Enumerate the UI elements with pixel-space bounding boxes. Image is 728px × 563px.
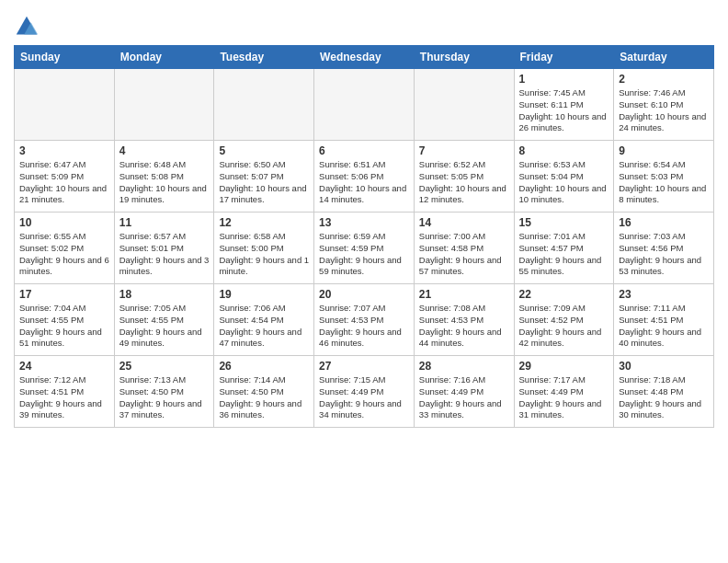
day-cell: 29Sunrise: 7:17 AMSunset: 4:49 PMDayligh… xyxy=(514,356,614,428)
day-cell: 13Sunrise: 6:59 AMSunset: 4:59 PMDayligh… xyxy=(314,213,415,284)
day-info: Sunrise: 6:59 AMSunset: 4:59 PMDaylight:… xyxy=(319,231,409,278)
week-row-4: 17Sunrise: 7:04 AMSunset: 4:55 PMDayligh… xyxy=(15,284,714,356)
day-cell: 24Sunrise: 7:12 AMSunset: 4:51 PMDayligh… xyxy=(15,356,115,428)
day-number: 27 xyxy=(319,360,409,373)
week-row-5: 24Sunrise: 7:12 AMSunset: 4:51 PMDayligh… xyxy=(15,356,714,428)
day-cell: 27Sunrise: 7:15 AMSunset: 4:49 PMDayligh… xyxy=(314,356,415,428)
day-number: 30 xyxy=(619,360,709,373)
day-info: Sunrise: 7:05 AMSunset: 4:55 PMDaylight:… xyxy=(119,303,210,350)
day-info: Sunrise: 7:45 AMSunset: 6:11 PMDaylight:… xyxy=(519,87,609,134)
day-number: 29 xyxy=(519,360,609,373)
day-number: 21 xyxy=(419,288,509,301)
col-header-tuesday: Tuesday xyxy=(214,46,314,69)
day-info: Sunrise: 6:58 AMSunset: 5:00 PMDaylight:… xyxy=(219,231,309,278)
day-cell: 25Sunrise: 7:13 AMSunset: 4:50 PMDayligh… xyxy=(114,356,214,428)
col-header-monday: Monday xyxy=(114,46,214,69)
day-number: 16 xyxy=(619,216,709,229)
day-number: 3 xyxy=(19,144,109,157)
day-cell: 15Sunrise: 7:01 AMSunset: 4:57 PMDayligh… xyxy=(514,213,614,284)
day-cell xyxy=(414,69,514,141)
day-number: 28 xyxy=(419,360,509,373)
day-info: Sunrise: 6:48 AMSunset: 5:08 PMDaylight:… xyxy=(119,159,210,206)
day-number: 6 xyxy=(319,144,409,157)
day-info: Sunrise: 7:00 AMSunset: 4:58 PMDaylight:… xyxy=(419,231,509,278)
day-cell: 10Sunrise: 6:55 AMSunset: 5:02 PMDayligh… xyxy=(15,213,115,284)
day-info: Sunrise: 6:50 AMSunset: 5:07 PMDaylight:… xyxy=(219,159,309,206)
calendar-table: SundayMondayTuesdayWednesdayThursdayFrid… xyxy=(14,45,714,428)
day-number: 7 xyxy=(419,144,509,157)
day-cell: 1Sunrise: 7:45 AMSunset: 6:11 PMDaylight… xyxy=(514,69,614,141)
day-cell: 23Sunrise: 7:11 AMSunset: 4:51 PMDayligh… xyxy=(614,284,714,356)
logo xyxy=(14,14,43,40)
day-cell xyxy=(114,69,214,141)
day-info: Sunrise: 7:09 AMSunset: 4:52 PMDaylight:… xyxy=(519,303,609,350)
day-number: 1 xyxy=(519,73,609,86)
day-number: 9 xyxy=(619,144,709,157)
col-header-wednesday: Wednesday xyxy=(314,46,415,69)
day-info: Sunrise: 7:11 AMSunset: 4:51 PMDaylight:… xyxy=(619,303,709,350)
day-number: 13 xyxy=(319,216,409,229)
day-info: Sunrise: 7:15 AMSunset: 4:49 PMDaylight:… xyxy=(319,374,409,421)
col-header-saturday: Saturday xyxy=(614,46,714,69)
calendar-container: SundayMondayTuesdayWednesdayThursdayFrid… xyxy=(0,0,728,432)
day-cell: 9Sunrise: 6:54 AMSunset: 5:03 PMDaylight… xyxy=(614,141,714,213)
day-info: Sunrise: 6:57 AMSunset: 5:01 PMDaylight:… xyxy=(119,231,210,278)
day-number: 14 xyxy=(419,216,509,229)
day-number: 15 xyxy=(519,216,609,229)
day-cell: 16Sunrise: 7:03 AMSunset: 4:56 PMDayligh… xyxy=(614,213,714,284)
day-cell xyxy=(15,69,115,141)
day-number: 10 xyxy=(19,216,109,229)
day-number: 22 xyxy=(519,288,609,301)
day-number: 17 xyxy=(19,288,109,301)
day-cell: 26Sunrise: 7:14 AMSunset: 4:50 PMDayligh… xyxy=(214,356,314,428)
day-cell: 7Sunrise: 6:52 AMSunset: 5:05 PMDaylight… xyxy=(414,141,514,213)
day-info: Sunrise: 6:55 AMSunset: 5:02 PMDaylight:… xyxy=(19,231,109,278)
col-header-thursday: Thursday xyxy=(414,46,514,69)
day-info: Sunrise: 7:17 AMSunset: 4:49 PMDaylight:… xyxy=(519,374,609,421)
day-cell: 30Sunrise: 7:18 AMSunset: 4:48 PMDayligh… xyxy=(614,356,714,428)
day-info: Sunrise: 7:46 AMSunset: 6:10 PMDaylight:… xyxy=(619,87,709,134)
day-cell: 4Sunrise: 6:48 AMSunset: 5:08 PMDaylight… xyxy=(114,141,214,213)
day-info: Sunrise: 6:47 AMSunset: 5:09 PMDaylight:… xyxy=(19,159,109,206)
day-cell: 6Sunrise: 6:51 AMSunset: 5:06 PMDaylight… xyxy=(314,141,415,213)
day-cell: 3Sunrise: 6:47 AMSunset: 5:09 PMDaylight… xyxy=(15,141,115,213)
day-number: 8 xyxy=(519,144,609,157)
day-info: Sunrise: 6:51 AMSunset: 5:06 PMDaylight:… xyxy=(319,159,409,206)
day-number: 25 xyxy=(119,360,210,373)
day-info: Sunrise: 6:52 AMSunset: 5:05 PMDaylight:… xyxy=(419,159,509,206)
day-info: Sunrise: 7:04 AMSunset: 4:55 PMDaylight:… xyxy=(19,303,109,350)
day-cell: 18Sunrise: 7:05 AMSunset: 4:55 PMDayligh… xyxy=(114,284,214,356)
day-cell: 17Sunrise: 7:04 AMSunset: 4:55 PMDayligh… xyxy=(15,284,115,356)
day-cell xyxy=(314,69,415,141)
day-info: Sunrise: 7:12 AMSunset: 4:51 PMDaylight:… xyxy=(19,374,109,421)
day-cell: 19Sunrise: 7:06 AMSunset: 4:54 PMDayligh… xyxy=(214,284,314,356)
day-number: 5 xyxy=(219,144,309,157)
day-number: 19 xyxy=(219,288,309,301)
day-info: Sunrise: 7:14 AMSunset: 4:50 PMDaylight:… xyxy=(219,374,309,421)
week-row-1: 1Sunrise: 7:45 AMSunset: 6:11 PMDaylight… xyxy=(15,69,714,141)
day-cell: 28Sunrise: 7:16 AMSunset: 4:49 PMDayligh… xyxy=(414,356,514,428)
day-info: Sunrise: 7:07 AMSunset: 4:53 PMDaylight:… xyxy=(319,303,409,350)
header xyxy=(14,9,714,40)
day-info: Sunrise: 7:18 AMSunset: 4:48 PMDaylight:… xyxy=(619,374,709,421)
day-number: 4 xyxy=(119,144,210,157)
day-info: Sunrise: 7:08 AMSunset: 4:53 PMDaylight:… xyxy=(419,303,509,350)
col-header-friday: Friday xyxy=(514,46,614,69)
day-cell: 2Sunrise: 7:46 AMSunset: 6:10 PMDaylight… xyxy=(614,69,714,141)
day-number: 24 xyxy=(19,360,109,373)
day-cell: 21Sunrise: 7:08 AMSunset: 4:53 PMDayligh… xyxy=(414,284,514,356)
day-cell xyxy=(214,69,314,141)
logo-icon xyxy=(14,14,40,40)
day-info: Sunrise: 7:03 AMSunset: 4:56 PMDaylight:… xyxy=(619,231,709,278)
col-header-sunday: Sunday xyxy=(15,46,115,69)
day-number: 11 xyxy=(119,216,210,229)
day-number: 18 xyxy=(119,288,210,301)
header-row: SundayMondayTuesdayWednesdayThursdayFrid… xyxy=(15,46,714,69)
day-cell: 11Sunrise: 6:57 AMSunset: 5:01 PMDayligh… xyxy=(114,213,214,284)
day-info: Sunrise: 6:54 AMSunset: 5:03 PMDaylight:… xyxy=(619,159,709,206)
day-number: 20 xyxy=(319,288,409,301)
day-cell: 5Sunrise: 6:50 AMSunset: 5:07 PMDaylight… xyxy=(214,141,314,213)
day-cell: 8Sunrise: 6:53 AMSunset: 5:04 PMDaylight… xyxy=(514,141,614,213)
day-cell: 12Sunrise: 6:58 AMSunset: 5:00 PMDayligh… xyxy=(214,213,314,284)
day-cell: 20Sunrise: 7:07 AMSunset: 4:53 PMDayligh… xyxy=(314,284,415,356)
